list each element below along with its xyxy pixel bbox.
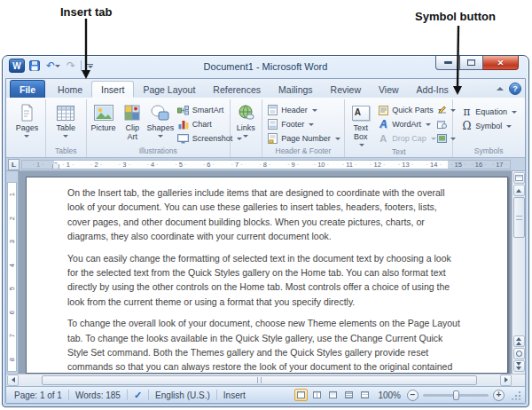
ruler-number: 2 xyxy=(6,214,24,222)
equation-button[interactable]: π Equation xyxy=(458,105,519,119)
ribbon: Pages xyxy=(6,98,525,158)
status-divider xyxy=(127,390,128,400)
chevron-down-icon xyxy=(512,111,517,114)
symbol-button[interactable]: Ω Symbol xyxy=(458,119,519,133)
ruler-number: 6 xyxy=(6,308,24,316)
ruler-right-margin: 151617 xyxy=(448,161,510,169)
header-icon xyxy=(268,105,278,115)
tab-view[interactable]: View xyxy=(370,81,408,98)
save-button[interactable] xyxy=(27,59,42,73)
draft-view-button[interactable] xyxy=(358,389,372,401)
tab-insert[interactable]: Insert xyxy=(91,81,134,98)
pi-icon: π xyxy=(463,106,470,117)
shapes-icon xyxy=(151,105,170,122)
page-number-button[interactable]: Page Number xyxy=(264,131,342,146)
chevron-down-icon xyxy=(63,135,68,138)
scrollbar-thumb[interactable] xyxy=(42,375,477,385)
undo-button[interactable]: ↶ xyxy=(44,59,62,73)
table-button[interactable]: Table xyxy=(57,100,76,146)
full-screen-reading-view-button[interactable] xyxy=(310,389,324,401)
arrow-right-icon xyxy=(505,377,508,382)
word-logo-icon[interactable]: W xyxy=(9,59,25,73)
scroll-left-button[interactable] xyxy=(7,375,19,386)
quick-parts-button[interactable]: Quick Parts xyxy=(375,103,434,117)
tab-review[interactable]: Review xyxy=(322,81,370,98)
shapes-button[interactable]: Shapes xyxy=(145,100,176,146)
select-browse-object-button[interactable] xyxy=(513,348,525,359)
zoom-out-button[interactable]: − xyxy=(407,390,419,401)
word-count[interactable]: Words: 185 xyxy=(72,390,124,400)
web-layout-icon xyxy=(329,391,337,398)
text-box-button[interactable]: A Text Box xyxy=(346,100,375,146)
outline-view-button[interactable] xyxy=(342,389,356,401)
word-window: Document1 - Microsoft Word W ↶ ↷ xyxy=(2,55,529,407)
previous-page-button[interactable] xyxy=(513,335,525,347)
document-paragraph: On the Insert tab, the galleries include… xyxy=(67,185,461,244)
insert-tab-callout: Insert tab xyxy=(60,5,113,19)
wordart-icon: A xyxy=(379,119,387,130)
ruler-number: 14 xyxy=(419,161,448,169)
scrollbar-thumb[interactable] xyxy=(513,197,525,238)
ruler-number: 13 xyxy=(392,161,420,169)
drop-cap-button[interactable]: A Drop Cap xyxy=(375,131,434,146)
chart-button[interactable]: Chart xyxy=(176,117,229,131)
ruler-number: 4 xyxy=(138,161,167,169)
view-ruler-toggle-button[interactable] xyxy=(513,172,525,184)
horizontal-scrollbar[interactable] xyxy=(6,374,525,386)
double-arrow-down-icon xyxy=(516,367,521,370)
tab-selector[interactable]: L xyxy=(8,159,20,170)
page-count[interactable]: Page: 1 of 1 xyxy=(11,390,66,400)
web-layout-view-button[interactable] xyxy=(326,389,340,401)
tab-mailings[interactable]: Mailings xyxy=(270,81,322,98)
undo-icon: ↶ xyxy=(46,60,55,71)
page-gutter: On the Insert tab, the galleries include… xyxy=(19,171,512,374)
minimize-ribbon-icon[interactable] xyxy=(497,87,504,91)
date-time-button[interactable] xyxy=(434,117,451,131)
smartart-button[interactable]: SmartArt xyxy=(176,103,229,117)
close-button[interactable]: ✕ xyxy=(483,56,519,70)
help-button[interactable]: ? xyxy=(509,83,521,95)
footer-button[interactable]: Footer xyxy=(264,117,342,131)
symbol-button-callout: Symbol button xyxy=(415,10,496,23)
ribbon-group-header-footer: Header Footer xyxy=(262,99,346,157)
pages-button[interactable]: Pages xyxy=(16,100,39,146)
ruler-number: 5 xyxy=(167,161,195,169)
document-page[interactable]: On the Insert tab, the galleries include… xyxy=(26,177,508,374)
screenshot-button[interactable]: Screenshot xyxy=(176,131,229,146)
tab-file[interactable]: File xyxy=(10,80,45,98)
picture-button[interactable]: Picture xyxy=(88,100,120,146)
status-divider xyxy=(216,390,217,400)
signature-line-button[interactable] xyxy=(434,103,451,117)
resize-grip[interactable] xyxy=(511,390,520,400)
language-indicator[interactable]: English (U.S.) xyxy=(152,390,214,400)
tab-page-layout[interactable]: Page Layout xyxy=(134,81,204,98)
zoom-slider[interactable] xyxy=(423,394,489,397)
scroll-right-button[interactable] xyxy=(500,375,512,386)
double-arrow-up-icon xyxy=(516,342,521,345)
header-button[interactable]: Header xyxy=(264,103,342,117)
chevron-down-icon xyxy=(506,125,512,128)
quick-parts-icon xyxy=(379,106,388,115)
redo-button[interactable]: ↷ xyxy=(65,59,77,73)
object-button[interactable] xyxy=(434,131,451,146)
tab-references[interactable]: References xyxy=(204,81,270,98)
print-layout-view-button[interactable] xyxy=(294,389,308,401)
next-page-button[interactable] xyxy=(513,360,525,372)
scroll-up-button[interactable] xyxy=(513,185,525,196)
wordart-button[interactable]: A WordArt xyxy=(375,117,434,131)
zoom-in-button[interactable]: + xyxy=(493,390,505,401)
footer-icon xyxy=(268,119,278,130)
insert-mode-indicator[interactable]: Insert xyxy=(220,390,249,400)
links-button[interactable]: Links xyxy=(237,100,255,146)
ruler-left-margin: 1 xyxy=(22,161,54,169)
double-arrow-up-icon xyxy=(516,337,521,341)
date-time-icon xyxy=(437,120,447,129)
zoom-level[interactable]: 100% xyxy=(374,390,404,400)
ribbon-group-pages: Pages xyxy=(9,99,46,157)
zoom-slider-thumb[interactable] xyxy=(453,390,459,400)
vertical-scrollbar[interactable] xyxy=(512,171,525,374)
tab-home[interactable]: Home xyxy=(49,81,91,98)
ruler-number: 9 xyxy=(279,161,308,169)
clip-art-button[interactable]: Clip Art xyxy=(119,100,145,146)
spell-check-icon[interactable]: ✓ xyxy=(130,390,145,400)
